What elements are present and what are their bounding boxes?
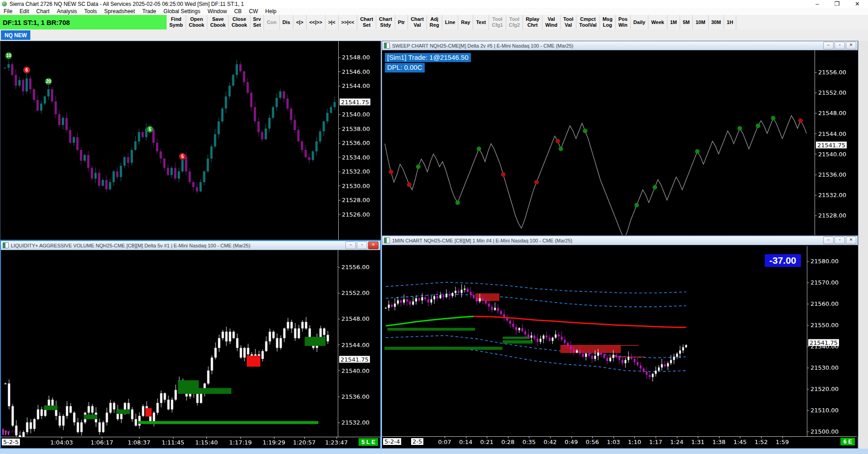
toolbar-button-values-window[interactable]: ValWind bbox=[542, 15, 561, 29]
liquidity-price-scale[interactable]: 21556.0021552.0021548.0021544.0021540.00… bbox=[338, 250, 380, 437]
1min-window-icon bbox=[384, 237, 390, 243]
price-tick: 21540.00 bbox=[818, 150, 846, 157]
1min-maximize-button[interactable]: ▫ bbox=[834, 237, 845, 244]
toolbar-button-close-chartbook[interactable]: CloseCbook bbox=[229, 15, 250, 29]
app-maximize-button[interactable]: ❐ bbox=[834, 0, 839, 7]
sweep-dpl-line: DPL: 0.00C bbox=[385, 63, 425, 72]
toolbar-button-tf-1m[interactable]: 1M bbox=[667, 15, 680, 29]
liquidity-chart-plot[interactable]: ↑↑↑↑↑↑↑ bbox=[1, 250, 338, 437]
menu-item-edit[interactable]: Edit bbox=[16, 8, 33, 14]
sweep-signal-dot bbox=[534, 180, 539, 184]
toolbar-button-chart-settings[interactable]: ChartSet bbox=[357, 15, 376, 29]
menu-item-chart[interactable]: Chart bbox=[33, 8, 53, 14]
sweep-minimize-button[interactable]: – bbox=[823, 42, 834, 49]
liquidity-close-button[interactable]: ✕ bbox=[368, 241, 379, 249]
menu-item-spreadsheet[interactable]: Spreadsheet bbox=[101, 8, 139, 14]
price-tick: 21520.00 bbox=[810, 386, 839, 392]
workspace-scrollbar[interactable] bbox=[858, 41, 868, 449]
toolbar-button-find-symbol[interactable]: FindSymb bbox=[167, 15, 186, 29]
toolbar-button-tf-5m[interactable]: 5M bbox=[680, 15, 693, 29]
price-tick: 21548.00 bbox=[818, 110, 846, 116]
toolbar-button-tf-week[interactable]: Week bbox=[648, 15, 667, 29]
toolbar-button-increase-spacing[interactable]: <<|>> bbox=[307, 15, 326, 29]
signal-marker: 10 bbox=[5, 52, 12, 59]
1min-close-button[interactable]: ✕ bbox=[846, 237, 856, 244]
toolbar-button-tool-values[interactable]: ToolVal bbox=[561, 15, 576, 29]
1min-minimize-button[interactable]: – bbox=[823, 237, 834, 244]
toolbar-button-tf-1h[interactable]: 1H bbox=[724, 15, 736, 29]
sweep-signal-dot bbox=[501, 172, 505, 177]
top-left-chart-plot[interactable]: 1062055 bbox=[0, 41, 338, 240]
menu-item-trade[interactable]: Trade bbox=[139, 8, 160, 14]
sierra-chart-app: Sierra Chart 2726 NQ NEW SC Data - All S… bbox=[0, 0, 868, 454]
toolbar-button-decrease-spacing[interactable]: <|> bbox=[293, 15, 307, 29]
toolbar-button-open-chartbook[interactable]: OpenCbook bbox=[186, 15, 207, 29]
1min-price-scale[interactable]: 21580.0021570.0021560.0021550.0021540.00… bbox=[807, 246, 858, 436]
toolbar-button-tf-daily[interactable]: Daily bbox=[631, 15, 648, 29]
liquidity-maximize-button[interactable]: ▫ bbox=[357, 241, 367, 249]
sweep-close-button[interactable]: ✕ bbox=[846, 42, 856, 49]
sweep-signal-dot bbox=[477, 147, 481, 151]
toolbar-button-narrow-bars[interactable]: >|< bbox=[326, 15, 339, 29]
toolbar-button-save-chartbook[interactable]: SaveCbook bbox=[207, 15, 229, 29]
menu-item-cw[interactable]: CW bbox=[245, 8, 262, 14]
toolbar-button-ray-tool[interactable]: Ray bbox=[458, 15, 473, 29]
menu-item-cb[interactable]: CB bbox=[230, 8, 245, 14]
svg-text:5: 5 bbox=[149, 127, 151, 132]
svg-text:6: 6 bbox=[25, 68, 28, 72]
price-tick: 21532.00 bbox=[818, 192, 846, 198]
price-tick: 21548.00 bbox=[341, 315, 369, 322]
toolbar-button-pointer[interactable]: Ptr bbox=[395, 15, 408, 29]
price-tick: 21556.00 bbox=[341, 264, 369, 270]
sweep-signal-dot bbox=[388, 169, 393, 174]
app-close-button[interactable]: ✕ bbox=[855, 0, 860, 7]
toolbar-button-position-window[interactable]: PosWin bbox=[616, 15, 631, 29]
buy-arrow-icon: ↑ bbox=[11, 429, 14, 434]
price-tick: 21528.00 bbox=[342, 197, 370, 203]
tab-nq-new[interactable]: NQ NEW bbox=[1, 30, 30, 40]
1min-chart-plot[interactable] bbox=[382, 246, 807, 436]
toolbar-button-text-tool[interactable]: Text bbox=[473, 15, 489, 29]
toolbar-button-adjust-region[interactable]: AdjReg bbox=[427, 15, 442, 29]
top-left-price-scale[interactable]: 21548.0021546.0021544.0021540.0021538.00… bbox=[338, 41, 381, 240]
signal-marker: 5 bbox=[147, 126, 153, 133]
price-tick: 21536.00 bbox=[341, 393, 369, 400]
menu-item-file[interactable]: File bbox=[0, 8, 16, 14]
app-minimize-button[interactable]: – bbox=[815, 0, 819, 7]
menu-item-analysis[interactable]: Analysis bbox=[53, 8, 81, 14]
liquidity-titlebar[interactable]: LIQUIDITY+ AGGRESSIVE VOLUME NQH25-CME [… bbox=[1, 241, 380, 250]
sweep-titlebar[interactable]: SWEEP CHART NQH25-CME[M] Delta 2v #5 | E… bbox=[382, 41, 858, 50]
1min-change-badge: -37.00 bbox=[765, 254, 801, 267]
liquidity-window-icon bbox=[3, 242, 9, 248]
menu-item-global-settings[interactable]: Global Settings bbox=[160, 8, 204, 14]
toolbar-button-line-tool[interactable]: Line bbox=[442, 15, 459, 29]
price-tick: 21580.00 bbox=[810, 258, 839, 265]
menu-item-tools[interactable]: Tools bbox=[81, 8, 101, 14]
menu-bar: FileEditChartAnalysisToolsSpreadsheetTra… bbox=[0, 8, 868, 15]
toolbar-button-server-settings[interactable]: SrvSet bbox=[250, 15, 264, 29]
1min-titlebar[interactable]: 1MIN CHART NQH25-CME [CB][M] 1 Min #4 | … bbox=[382, 236, 858, 245]
sweep-signal-dot bbox=[559, 147, 563, 151]
liquidity-minimize-button[interactable]: – bbox=[345, 241, 356, 249]
toolbar-button-disconnect[interactable]: Dis bbox=[280, 15, 293, 29]
svg-text:20: 20 bbox=[46, 79, 51, 84]
toolbar-button-chart-studies[interactable]: ChartStdy bbox=[376, 15, 395, 29]
toolbar-button-tf-10m[interactable]: 10M bbox=[693, 15, 708, 29]
sweep-chart-plot[interactable] bbox=[382, 50, 815, 235]
window-1min-chart: 1MIN CHART NQH25-CME [CB][M] 1 Min #4 | … bbox=[382, 236, 858, 449]
1min-time-axis[interactable]: 5-2-42-50:070:140:210:280:350:420:490:56… bbox=[382, 436, 857, 448]
menu-item-help[interactable]: Help bbox=[262, 8, 280, 14]
price-tick: 21534.00 bbox=[342, 154, 370, 160]
toolbar-button-widen-bars[interactable]: >>|<< bbox=[339, 15, 358, 29]
menu-item-window[interactable]: Window bbox=[204, 8, 230, 14]
toolbar-button-message-log[interactable]: MsgLog bbox=[600, 15, 616, 29]
toolbar-button-tf-30m[interactable]: 30M bbox=[709, 15, 724, 29]
sweep-maximize-button[interactable]: ▫ bbox=[834, 42, 845, 49]
liquidity-time-axis[interactable]: 5-2-51:04:031:06:171:08:371:11:451:15:40… bbox=[1, 437, 380, 448]
toolbar-button-compact-tool-values[interactable]: CmpctToolVal bbox=[576, 15, 599, 29]
toolbar-button-replay-chart[interactable]: RplayChrt bbox=[523, 15, 542, 29]
toolbar-button-chart-values[interactable]: ChartVal bbox=[408, 15, 427, 29]
sweep-price-scale[interactable]: 21556.0021552.0021548.0021544.0021540.00… bbox=[815, 50, 858, 235]
toolbar-button-connect: Con bbox=[264, 15, 279, 29]
signal-marker: 5 bbox=[179, 153, 186, 160]
